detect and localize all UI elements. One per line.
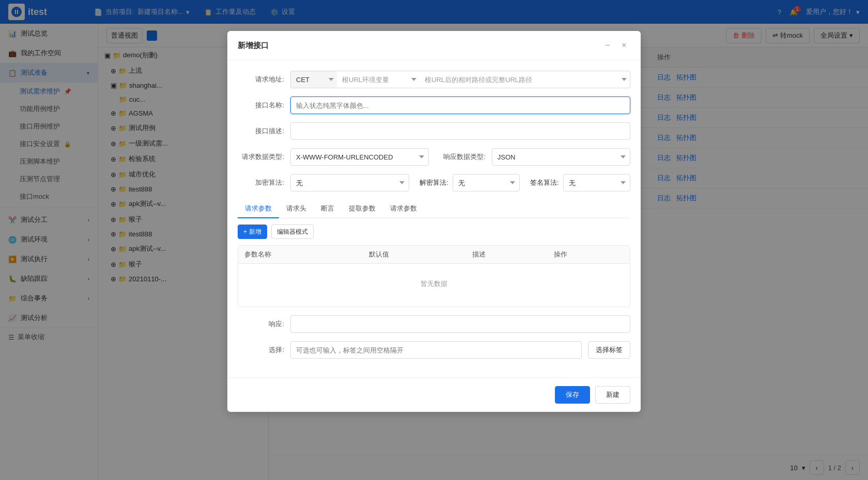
path-select[interactable]: 根URL后的相对路径或完整URL路径 <box>420 71 630 88</box>
resp-data-type-label: 响应数据类型: <box>443 152 486 162</box>
req-data-type-label: 请求数据类型: <box>238 152 284 162</box>
name-form-row: 接口名称: <box>238 97 630 114</box>
select-tags-label: 选择标签 <box>596 346 623 354</box>
desc-label: 接口描述: <box>238 126 284 136</box>
response-input[interactable] <box>290 315 630 333</box>
desc-input[interactable] <box>290 122 630 140</box>
env-select[interactable]: 根URL环境变量 <box>337 71 420 88</box>
tab-req-params[interactable]: 请求参数 <box>238 200 279 218</box>
tags-input[interactable] <box>290 341 582 359</box>
modal-close-button[interactable]: × <box>618 39 630 52</box>
param-col-desc: 描述 <box>466 246 548 264</box>
sign-select[interactable]: 无 <box>563 174 630 191</box>
tab-test-params[interactable]: 请求参数 <box>383 200 424 218</box>
minimize-icon: − <box>605 41 610 50</box>
data-type-form-row: 请求数据类型: X-WWW-FORM-URLENCODED JSON FORM-… <box>238 148 630 166</box>
desc-form-row: 接口描述: <box>238 122 630 140</box>
plus-icon: + <box>243 228 247 235</box>
modal-close-btns: − × <box>601 39 630 52</box>
sign-group: 签名算法: 无 <box>530 174 630 191</box>
add-param-button[interactable]: + 新增 <box>238 225 267 239</box>
params-toolbar: + 新增 编辑器模式 <box>238 225 630 239</box>
params-empty: 暂无数据 <box>238 264 630 304</box>
encrypt-label: 加密算法: <box>238 178 284 187</box>
encrypt-select[interactable]: 无 <box>290 174 409 191</box>
modal-overlay: 新增接口 − × 请求地址: CET GET POST PU <box>0 0 868 480</box>
response-label: 响应: <box>238 319 284 329</box>
params-table: 参数名称 默认值 描述 操作 暂无数据 <box>238 246 630 304</box>
modal-minimize-button[interactable]: − <box>601 39 614 52</box>
params-wrapper: 参数名称 默认值 描述 操作 暂无数据 <box>238 245 630 307</box>
select-label: 选择: <box>238 345 284 355</box>
modal-footer: 保存 新建 <box>227 377 641 412</box>
select-form-row: 选择: 选择标签 <box>238 341 630 359</box>
modal-title: 新增接口 <box>238 41 269 51</box>
modal-tabs: 请求参数 请求头 断言 提取参数 请求参数 <box>238 200 630 218</box>
new-button[interactable]: 新建 <box>595 386 630 404</box>
name-label: 接口名称: <box>238 101 284 110</box>
resp-data-type-select[interactable]: JSON XML TEXT <box>492 148 630 166</box>
url-form-row: 请求地址: CET GET POST PUT DELETE 根URL环境变量 根… <box>238 71 630 88</box>
modal-body: 请求地址: CET GET POST PUT DELETE 根URL环境变量 根… <box>227 60 641 377</box>
name-input[interactable] <box>290 97 630 114</box>
tab-req-header[interactable]: 请求头 <box>279 200 314 218</box>
decrypt-label: 解密算法: <box>420 178 448 187</box>
add-param-label: 新增 <box>249 228 261 236</box>
param-col-name: 参数名称 <box>238 246 363 264</box>
decrypt-group: 解密算法: 无 <box>420 174 520 191</box>
modal-header: 新增接口 − × <box>227 31 641 60</box>
select-tags-button[interactable]: 选择标签 <box>588 341 630 359</box>
response-form-row: 响应: <box>238 315 630 333</box>
param-col-default: 默认值 <box>363 246 466 264</box>
save-button[interactable]: 保存 <box>555 386 590 404</box>
editor-mode-label: 编辑器模式 <box>277 228 308 236</box>
url-label: 请求地址: <box>238 75 284 84</box>
url-row: CET GET POST PUT DELETE 根URL环境变量 根URL后的相… <box>290 71 630 88</box>
editor-mode-button[interactable]: 编辑器模式 <box>271 225 314 239</box>
param-col-actions: 操作 <box>548 246 630 264</box>
close-icon: × <box>622 41 626 50</box>
req-data-type-select[interactable]: X-WWW-FORM-URLENCODED JSON FORM-DATA <box>290 148 429 166</box>
tab-extract-params[interactable]: 提取参数 <box>342 200 383 218</box>
decrypt-select[interactable]: 无 <box>453 174 520 191</box>
encrypt-form-row: 加密算法: 无 解密算法: 无 签名算法: 无 <box>238 174 630 191</box>
method-select[interactable]: CET GET POST PUT DELETE <box>290 71 337 88</box>
tab-assertion[interactable]: 断言 <box>314 200 342 218</box>
add-api-modal: 新增接口 − × 请求地址: CET GET POST PU <box>227 31 641 412</box>
sign-label: 签名算法: <box>530 178 559 187</box>
